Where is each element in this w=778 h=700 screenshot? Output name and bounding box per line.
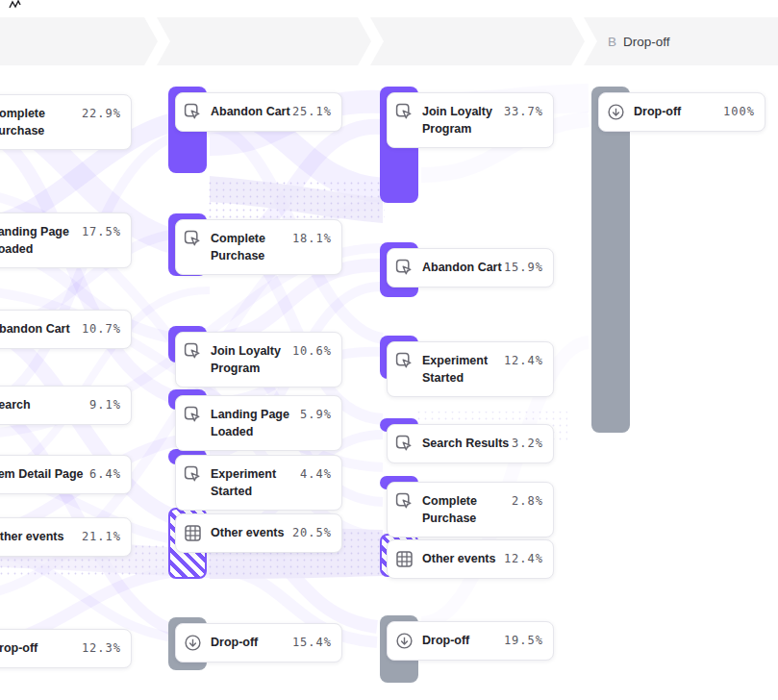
event-card[interactable]: Abandon Cart 25.1% (175, 92, 342, 132)
event-label: Abandon Cart (211, 103, 285, 120)
event-label: Drop-off (211, 634, 258, 651)
event-card[interactable]: Complete Purchase 2.8% (387, 482, 554, 538)
event-percentage: 100% (715, 103, 755, 120)
event-percentage: 15.9% (496, 259, 543, 276)
click-event-icon (184, 342, 202, 361)
step-drop-off-header[interactable]: B Drop-off (608, 17, 670, 65)
event-percentage: 10.6% (285, 342, 332, 360)
event-card[interactable]: Drop-off 19.5% (387, 621, 554, 661)
event-label: Other events (211, 524, 284, 541)
event-card[interactable]: Landing Page Loaded 5.9% (175, 395, 342, 451)
funnel-column-step-4: Drop-off 100% (598, 0, 765, 700)
event-percentage: 12.3% (74, 639, 121, 657)
event-card[interactable]: Join Loyalty Program 10.6% (175, 332, 342, 388)
event-card[interactable]: Experiment Started 4.4% (175, 455, 342, 511)
event-label: Complete Purchase (0, 105, 74, 139)
event-card[interactable]: Join Loyalty Program 33.7% (387, 92, 554, 148)
flow-bar[interactable] (591, 87, 630, 433)
arrow-down-circle-icon (607, 103, 625, 121)
event-card[interactable]: Other events 21.1% (0, 517, 132, 557)
event-label: Search (0, 396, 31, 413)
event-percentage: 33.7% (496, 103, 543, 120)
event-percentage: 21.1% (74, 528, 121, 545)
journeys-funnel-view: B Drop-off Complete Purchase 22.9% (0, 0, 778, 700)
event-label: Complete Purchase (422, 492, 504, 527)
event-percentage: 10.7% (74, 320, 121, 338)
event-card[interactable]: Experiment Started 12.4% (387, 341, 554, 397)
event-card[interactable]: Item Detail Page 6.4% (0, 455, 132, 494)
event-card[interactable]: Drop-off 15.4% (175, 623, 342, 662)
funnel-column-step-2: Abandon Cart 25.1% Complete Purchase 18.… (175, 0, 342, 700)
click-event-icon (395, 103, 414, 121)
event-label: Drop-off (422, 632, 469, 649)
event-percentage: 3.2% (504, 435, 543, 452)
event-card[interactable]: Other events 12.4% (387, 539, 554, 579)
funnel-column-step-3: Join Loyalty Program 33.7% Abandon Cart … (387, 0, 554, 700)
event-label: Drop-off (634, 103, 681, 120)
event-label: Abandon Cart (0, 320, 70, 338)
event-card[interactable]: Complete Purchase 22.9% (0, 94, 132, 150)
click-event-icon (395, 352, 414, 370)
event-label: Experiment Started (211, 465, 292, 500)
event-percentage: 12.4% (496, 550, 543, 567)
event-percentage: 5.9% (292, 406, 332, 423)
click-event-icon (395, 259, 414, 277)
event-card[interactable]: Abandon Cart 15.9% (387, 248, 554, 288)
event-percentage: 25.1% (285, 103, 332, 120)
event-card[interactable]: Abandon Cart 10.7% (0, 310, 132, 349)
event-percentage: 6.4% (82, 465, 121, 483)
event-card[interactable]: Landing Page Loaded 17.5% (0, 212, 132, 268)
event-label: Landing Page Loaded (0, 223, 74, 258)
event-label: Landing Page Loaded (211, 406, 292, 440)
event-percentage: 2.8% (504, 492, 543, 510)
arrow-down-circle-icon (395, 632, 414, 650)
event-card[interactable]: Search Results 3.2% (387, 424, 554, 463)
event-card[interactable]: Search 9.1% (0, 386, 132, 425)
click-event-icon (184, 406, 202, 424)
event-label: Join Loyalty Program (211, 342, 285, 377)
event-label: Other events (422, 550, 495, 567)
event-label: Other events (0, 528, 63, 545)
event-label: Item Detail Page (0, 465, 82, 483)
event-label: Abandon Cart (422, 259, 496, 276)
click-event-icon (395, 492, 414, 511)
event-card[interactable]: Other events 20.5% (175, 513, 342, 553)
event-label: Complete Purchase (211, 230, 285, 264)
grid-icon (184, 524, 202, 542)
event-label: Experiment Started (422, 352, 496, 387)
event-percentage: 4.4% (292, 465, 332, 483)
event-label: Search Results (422, 435, 504, 452)
step-variant-badge: B (608, 35, 616, 49)
event-card[interactable]: Drop-off 12.3% (0, 629, 132, 668)
click-event-icon (184, 465, 202, 484)
grid-icon (395, 550, 414, 568)
event-percentage: 22.9% (74, 105, 121, 122)
funnel-stage: Complete Purchase 22.9% Landing Page Loa… (0, 0, 778, 700)
event-percentage: 19.5% (496, 632, 543, 649)
click-event-icon (184, 103, 202, 121)
event-label: Join Loyalty Program (422, 103, 496, 138)
step-title: Drop-off (623, 35, 670, 49)
event-label: Drop-off (0, 639, 38, 657)
event-percentage: 20.5% (285, 524, 332, 541)
funnel-column-step-1: Complete Purchase 22.9% Landing Page Loa… (0, 0, 132, 700)
event-percentage: 17.5% (74, 223, 121, 240)
journey-steps-header[interactable]: B Drop-off (0, 17, 778, 65)
event-percentage: 15.4% (285, 634, 332, 651)
event-percentage: 9.1% (82, 396, 121, 413)
event-card[interactable]: Drop-off 100% (598, 92, 765, 132)
click-event-icon (395, 435, 414, 453)
event-percentage: 18.1% (285, 230, 332, 247)
event-card[interactable]: Complete Purchase 18.1% (175, 219, 342, 275)
arrow-down-circle-icon (184, 634, 202, 652)
event-percentage: 12.4% (496, 352, 543, 369)
click-event-icon (184, 230, 202, 248)
